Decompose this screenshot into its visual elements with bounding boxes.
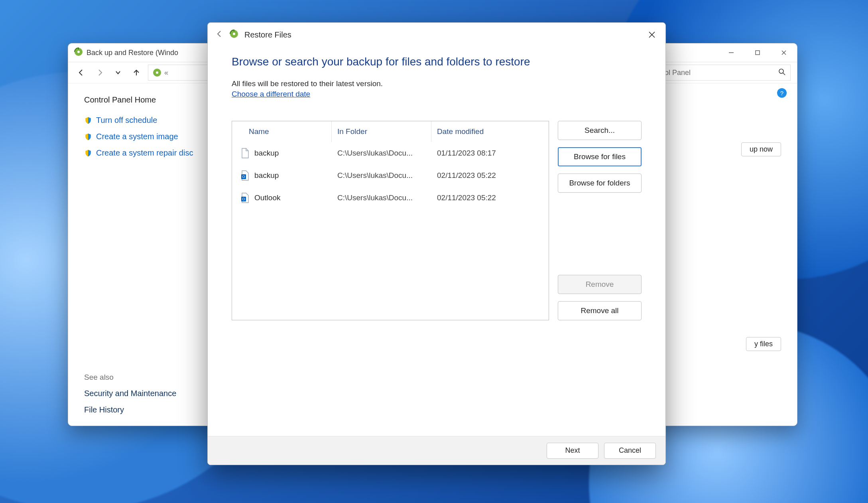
cancel-button[interactable]: Cancel — [604, 443, 656, 459]
close-button[interactable] — [771, 43, 797, 62]
file-name: Outlook — [254, 193, 280, 202]
search-button[interactable]: Search... — [558, 121, 642, 140]
svg-point-1 — [77, 51, 80, 53]
file-name: backup — [254, 149, 279, 158]
shield-icon — [84, 116, 92, 124]
dialog-subtext: All files will be restored to their late… — [232, 79, 642, 88]
svg-text:O: O — [242, 197, 245, 201]
choose-date-link[interactable]: Choose a different date — [232, 90, 310, 99]
task-label: Create a system image — [96, 132, 178, 141]
file-date: 02/11/2023 05:22 — [431, 171, 549, 180]
sidebar: Control Panel Home Turn off schedule Cre… — [68, 83, 200, 426]
backup-now-button[interactable]: up now — [741, 142, 781, 156]
file-list-header: Name In Folder Date modified — [232, 121, 549, 142]
outlook-file-icon: O — [241, 170, 250, 181]
nav-up-icon[interactable] — [130, 66, 143, 79]
file-row[interactable]: O Outlook C:\Users\lukas\Docu... 02/11/2… — [232, 187, 549, 209]
col-date[interactable]: Date modified — [431, 121, 549, 142]
shield-icon — [84, 133, 92, 141]
breadcrumb-prefix: « — [164, 69, 168, 77]
svg-point-11 — [233, 33, 235, 35]
dialog-heading: Browse or search your backup for files a… — [232, 55, 642, 68]
outlook-file-icon: O — [241, 193, 250, 203]
col-folder[interactable]: In Folder — [332, 121, 431, 142]
backup-restore-app-icon — [74, 47, 83, 59]
svg-point-8 — [779, 69, 783, 73]
svg-line-9 — [783, 73, 785, 75]
remove-button: Remove — [558, 275, 642, 294]
search-box[interactable]: trol Panel — [655, 65, 791, 81]
svg-rect-3 — [756, 51, 760, 55]
browse-folders-button[interactable]: Browse for folders — [558, 174, 642, 193]
see-also-label: See also — [84, 373, 196, 382]
window-title: Back up and Restore (Windo — [87, 49, 178, 57]
file-date: 01/11/2023 08:17 — [431, 149, 549, 158]
file-icon — [241, 148, 250, 158]
file-row[interactable]: O backup C:\Users\lukas\Docu... 02/11/20… — [232, 164, 549, 187]
see-also-file-history[interactable]: File History — [84, 405, 196, 414]
remove-all-button[interactable]: Remove all — [558, 301, 642, 320]
nav-recent-icon[interactable] — [111, 66, 125, 79]
file-name: backup — [254, 171, 279, 180]
restore-files-dialog: Restore Files Browse or search your back… — [207, 22, 666, 465]
task-create-repair-disc[interactable]: Create a system repair disc — [84, 148, 196, 158]
file-folder: C:\Users\lukas\Docu... — [332, 193, 431, 202]
file-list[interactable]: Name In Folder Date modified backup C:\U… — [232, 121, 549, 320]
help-icon[interactable]: ? — [777, 88, 787, 98]
col-name[interactable]: Name — [232, 121, 332, 142]
browse-files-button[interactable]: Browse for files — [558, 147, 642, 166]
file-row[interactable]: backup C:\Users\lukas\Docu... 01/11/2023… — [232, 142, 549, 164]
dialog-footer: Next Cancel — [208, 436, 665, 465]
file-folder: C:\Users\lukas\Docu... — [332, 149, 431, 158]
dialog-titlebar: Restore Files — [208, 23, 665, 47]
task-label: Turn off schedule — [96, 116, 157, 125]
minimize-button[interactable] — [718, 43, 744, 62]
action-buttons: Search... Browse for files Browse for fo… — [558, 121, 642, 320]
next-button[interactable]: Next — [547, 443, 598, 459]
task-label: Create a system repair disc — [96, 148, 193, 158]
svg-text:O: O — [242, 175, 245, 179]
task-turn-off-schedule[interactable]: Turn off schedule — [84, 116, 196, 125]
restore-my-files-button[interactable]: y files — [746, 337, 781, 351]
dialog-close-icon[interactable] — [642, 24, 662, 45]
see-also-security[interactable]: Security and Maintenance — [84, 389, 196, 398]
file-folder: C:\Users\lukas\Docu... — [332, 171, 431, 180]
dialog-back-icon[interactable] — [215, 30, 224, 40]
nav-forward-icon[interactable] — [93, 66, 106, 79]
address-app-icon — [152, 68, 162, 77]
control-panel-home-link[interactable]: Control Panel Home — [84, 95, 196, 105]
shield-icon — [84, 149, 92, 157]
svg-point-7 — [156, 71, 158, 74]
nav-back-icon[interactable] — [75, 66, 88, 79]
task-create-system-image[interactable]: Create a system image — [84, 132, 196, 141]
file-date: 02/11/2023 05:22 — [431, 193, 549, 202]
search-icon — [778, 68, 785, 77]
restore-app-icon — [229, 29, 239, 40]
maximize-button[interactable] — [744, 43, 771, 62]
dialog-title: Restore Files — [244, 30, 291, 39]
